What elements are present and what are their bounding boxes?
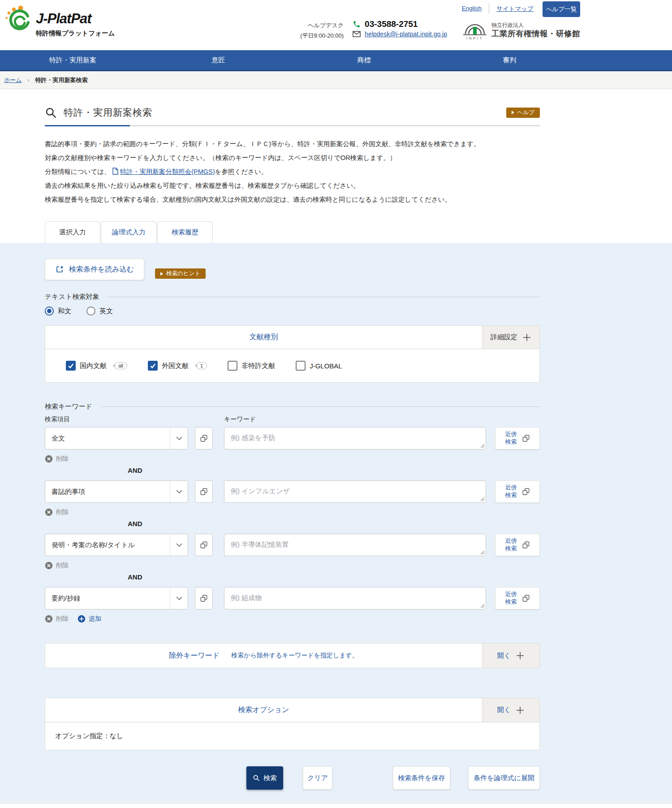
description-line: 検索履歴番号を指定して検索する場合、文献種別の国内文献又は外国文献の設定は、過去… [45,193,540,207]
exclude-description: 検索から除外するキーワードを指定します。 [231,652,358,660]
dialog-icon [522,594,530,602]
keyword-row: AND 要約/抄録 [45,573,540,624]
delete-row-link[interactable]: 削除 [45,615,69,623]
doc-type-option[interactable]: 国内文献 all [66,361,127,371]
options-title: 検索オプション [238,705,289,715]
keyword-input[interactable] [224,587,486,609]
add-row-link[interactable]: 追加 [78,615,101,623]
options-open-button[interactable]: 開く [482,698,539,722]
resize-handle[interactable] [480,550,485,555]
field-dialog-button[interactable] [195,427,213,449]
delete-row-link[interactable]: 削除 [45,508,69,516]
triangle-icon [512,111,514,114]
search-button[interactable]: 検索 [246,766,283,790]
clear-button[interactable]: クリア [303,766,332,790]
delete-row-link[interactable]: 削除 [45,455,69,463]
english-link[interactable]: English [462,5,482,12]
search-field-select[interactable]: 全文 [45,427,188,449]
helpdesk-email-link[interactable]: helpdesk@j-platpat.inpit.go.jp [365,30,447,38]
delete-row-link[interactable]: 削除 [45,562,69,570]
tab[interactable]: 選択入力 [45,221,100,243]
search-field-select[interactable]: 発明・考案の名称/タイトル [45,534,188,556]
resize-handle[interactable] [480,444,485,448]
helpdesk-info: ヘルプデスク (平日9:00-20:00) [300,21,344,41]
site-header: J-PlatPat 特許情報プラットフォーム English サイトマップ ヘル… [0,0,672,50]
nav-item[interactable]: 審判 [437,50,582,70]
triangle-icon [160,272,163,276]
save-conditions-button[interactable]: 検索条件を保存 [393,766,450,790]
proximity-search-button[interactable]: 近傍検索 [495,427,540,449]
phone-number: 03-3588-2751 [365,19,418,29]
title-divider [45,125,540,126]
description-line: 書誌的事項・要約・請求の範囲のキーワード、分類(ＦＩ・Ｆターム、ＩＰＣ)等から、… [45,137,540,151]
page-title: 特許・実用新案検索 [64,106,152,119]
keyword-section-title: 検索キーワード [45,402,540,411]
chevron-down-icon [170,588,188,609]
checkbox-icon [66,361,76,371]
jplatpat-logo[interactable]: J-PlatPat 特許情報プラットフォーム [4,4,115,38]
page-help-button[interactable]: ヘルプ [506,108,540,118]
radio-option[interactable]: 英文 [86,307,113,315]
breadcrumb-separator: › [28,77,30,83]
pmgs-link[interactable]: 特許・実用新案分類照会(PMGS) [120,168,215,175]
resize-handle[interactable] [480,604,485,608]
dialog-icon [522,434,530,442]
keyword-input[interactable] [224,480,486,503]
logo-subtitle: 特許情報プラットフォーム [36,29,115,38]
keyword-input[interactable] [224,427,486,449]
keyword-column-label: キーワード [224,415,256,423]
field-dialog-button[interactable] [195,480,213,503]
doc-type-option[interactable]: J-GLOBAL [296,361,342,371]
proximity-search-button[interactable]: 近傍検索 [495,587,540,609]
svg-text:INPIT: INPIT [466,36,483,40]
resize-handle[interactable] [480,497,485,501]
field-column-label: 検索項目 [45,415,224,423]
detail-settings-button[interactable]: 詳細設定 [482,326,539,349]
breadcrumb-home-link[interactable]: ホーム [4,76,22,84]
expand-to-expression-button[interactable]: 条件を論理式に展開 [468,766,540,790]
count-badge: 1 [196,362,207,369]
and-operator: AND [128,573,540,581]
exclude-open-button[interactable]: 開く [482,644,539,668]
document-icon [112,168,118,175]
sitemap-link[interactable]: サイトマップ [496,5,534,13]
breadcrumb-current: 特許・実用新案検索 [35,76,88,84]
tab[interactable]: 論理式入力 [101,221,157,243]
keyword-row: AND 書誌的事項 [45,467,540,517]
search-field-select[interactable]: 書誌的事項 [45,480,188,503]
search-field-select[interactable]: 要約/抄録 [45,587,188,609]
text-target-section-title: テキスト検索対象 [45,293,540,301]
jplatpat-logo-icon [4,4,33,33]
field-dialog-button[interactable] [195,587,213,609]
logo-title: J-PlatPat [36,11,115,27]
help-list-button[interactable]: ヘルプ一覧 [543,1,580,17]
options-summary: オプション指定：なし [45,722,539,750]
description-line: 対象の文献種別や検索キーワードを入力してください。（検索のキーワード内は、スペー… [45,151,540,165]
tab[interactable]: 検索履歴 [157,221,213,243]
footer-strip [0,803,672,808]
inpit-org-type: 独立行政法人 [491,22,580,29]
dialog-icon [522,488,530,496]
page-head: 特許・実用新案検索 ヘルプ 書誌的事項・要約・請求の範囲のキーワード、分類(ＦＩ… [0,106,672,243]
doc-type-option[interactable]: 外国文献 1 [148,361,207,371]
x-circle-icon [45,508,53,516]
proximity-search-button[interactable]: 近傍検索 [495,534,540,556]
inpit-logo[interactable]: INPIT 独立行政法人 工業所有権情報・研修館 [462,20,580,41]
doc-type-option[interactable]: 非特許文献 [228,361,275,371]
search-hint-button[interactable]: 検索のヒント [155,268,206,279]
plus-icon [516,651,525,660]
load-conditions-button[interactable]: 検索条件を読み込む [45,259,144,280]
plus-icon [516,706,525,715]
checkbox-icon [296,361,306,371]
field-dialog-button[interactable] [195,534,213,556]
radio-option[interactable]: 和文 [45,307,71,315]
inpit-logo-icon: INPIT [462,20,487,41]
nav-item[interactable]: 特許・実用新案 [0,50,146,70]
search-icon [253,774,260,782]
description-line: 過去の検索結果を用いた絞り込み検索も可能です。検索履歴番号は、検索履歴タブから確… [45,179,540,193]
proximity-search-button[interactable]: 近傍検索 [495,480,540,503]
nav-item[interactable]: 意匠 [146,50,291,70]
keyword-input[interactable] [224,534,486,556]
search-form-area: 検索条件を読み込む 検索のヒント テキスト検索対象 和文 英文 [0,243,672,803]
nav-item[interactable]: 商標 [291,50,437,70]
